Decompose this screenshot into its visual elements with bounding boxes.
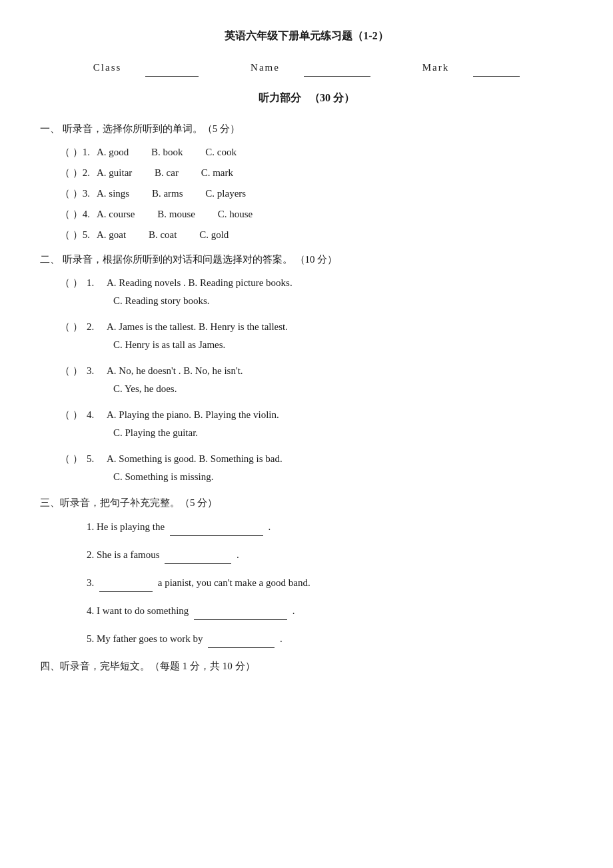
q2-4-qnum: 4. bbox=[87, 406, 107, 424]
q2-2: （ ） 2. A. James is the tallest. B. Henry… bbox=[60, 318, 573, 354]
q2-1: （ ） 1. A. Reading novels . B. Reading pi… bbox=[60, 274, 573, 310]
header-info: Class Name Mark bbox=[40, 58, 573, 77]
q2-4-row1: （ ） 4. A. Playing the piano. B. Playing … bbox=[60, 406, 573, 424]
q1-3-num: （ ）3. bbox=[60, 185, 97, 203]
s3-text4: 4. I want to do something bbox=[87, 605, 189, 616]
q2-1-bracket: （ ） bbox=[60, 274, 87, 292]
s3-item3: 3. a pianist, you can't make a good band… bbox=[60, 573, 573, 592]
q2-3-line1: A. No, he doesn't . B. No, he isn't. bbox=[107, 362, 243, 380]
q2-2-bracket: （ ） bbox=[60, 318, 87, 336]
q2-1-qnum: 1. bbox=[87, 274, 107, 292]
q2-5-qnum: 5. bbox=[87, 450, 107, 468]
q1-1: （ ）1. A. good B. book C. cook bbox=[60, 143, 573, 161]
q2-4: （ ） 4. A. Playing the piano. B. Playing … bbox=[60, 406, 573, 442]
q1-2: （ ）2. A. guitar B. car C. mark bbox=[60, 164, 573, 182]
q1-5-num: （ ）5. bbox=[60, 226, 97, 244]
name-field: Name bbox=[239, 58, 382, 77]
q2-4-line1: A. Playing the piano. B. Playing the vio… bbox=[107, 406, 279, 424]
q2-5-line1: A. Something is good. B. Something is ba… bbox=[107, 450, 283, 468]
s3-item5: 5. My father goes to work by . bbox=[60, 629, 573, 648]
s3-text2: 2. She is a famous bbox=[87, 549, 160, 560]
s3-text3b: a pianist, you can't make a good band. bbox=[158, 577, 310, 588]
s3-text5: 5. My father goes to work by bbox=[87, 633, 203, 644]
section3-header: 三、听录音，把句子补充完整。（5 分） bbox=[40, 494, 573, 512]
q2-3-line2: C. Yes, he does. bbox=[113, 380, 573, 398]
s3-period2: . bbox=[237, 549, 239, 560]
s3-blank3 bbox=[99, 573, 153, 592]
class-field: Class bbox=[81, 58, 211, 77]
section4: 四、听录音，完毕短文。（每题 1 分，共 10 分） bbox=[40, 657, 573, 675]
q1-5-choices: A. goat B. coat C. gold bbox=[97, 226, 249, 244]
page-title: 英语六年级下册单元练习题（1-2） bbox=[40, 27, 573, 46]
s3-blank1 bbox=[170, 517, 263, 536]
s3-blank4 bbox=[194, 601, 287, 620]
section4-header: 四、听录音，完毕短文。（每题 1 分，共 10 分） bbox=[40, 657, 573, 675]
s3-blank2 bbox=[165, 545, 231, 564]
section1: 一、 听录音，选择你所听到的单词。（5 分） （ ）1. A. good B. … bbox=[40, 120, 573, 244]
q2-2-line1: A. James is the tallest. B. Henry is the… bbox=[107, 318, 288, 336]
q1-4-num: （ ）4. bbox=[60, 205, 97, 223]
q2-1-line1: A. Reading novels . B. Reading picture b… bbox=[107, 274, 293, 292]
section2-header: 二、 听录音，根据你所听到的对话和问题选择对的答案。 （10 分） bbox=[40, 251, 573, 269]
s3-item2: 2. She is a famous . bbox=[60, 545, 573, 564]
s3-text1: 1. He is playing the bbox=[87, 521, 165, 532]
q1-3: （ ）3. A. sings B. arms C. players bbox=[60, 185, 573, 203]
section3-items: 1. He is playing the . 2. She is a famou… bbox=[40, 517, 573, 648]
q1-4-choices: A. course B. mouse C. house bbox=[97, 205, 273, 223]
listening-title: 听力部分 （30 分） bbox=[40, 89, 573, 108]
s3-period4: . bbox=[293, 605, 295, 616]
q1-3-choices: A. sings B. arms C. players bbox=[97, 185, 266, 203]
q2-3-qnum: 3. bbox=[87, 362, 107, 380]
s3-period5: . bbox=[280, 633, 283, 644]
s3-period1: . bbox=[269, 521, 271, 532]
q1-4: （ ）4. A. course B. mouse C. house bbox=[60, 205, 573, 223]
q1-2-num: （ ）2. bbox=[60, 164, 97, 182]
q2-5-bracket: （ ） bbox=[60, 450, 87, 468]
q1-5: （ ）5. A. goat B. coat C. gold bbox=[60, 226, 573, 244]
q2-5: （ ） 5. A. Something is good. B. Somethin… bbox=[60, 450, 573, 486]
section1-header: 一、 听录音，选择你所听到的单词。（5 分） bbox=[40, 120, 573, 138]
q2-5-line2: C. Something is missing. bbox=[113, 468, 573, 486]
q2-3-row1: （ ） 3. A. No, he doesn't . B. No, he isn… bbox=[60, 362, 573, 380]
q2-5-row1: （ ） 5. A. Something is good. B. Somethin… bbox=[60, 450, 573, 468]
q1-2-choices: A. guitar B. car C. mark bbox=[97, 164, 253, 182]
s3-blank5 bbox=[208, 629, 275, 648]
mark-field: Mark bbox=[410, 58, 532, 77]
section2-questions: （ ） 1. A. Reading novels . B. Reading pi… bbox=[40, 274, 573, 486]
q2-4-line2: C. Playing the guitar. bbox=[113, 424, 573, 442]
q1-1-choices: A. good B. book C. cook bbox=[97, 143, 257, 161]
q2-2-row1: （ ） 2. A. James is the tallest. B. Henry… bbox=[60, 318, 573, 336]
section3: 三、听录音，把句子补充完整。（5 分） 1. He is playing the… bbox=[40, 494, 573, 648]
s3-text3a: 3. bbox=[87, 577, 94, 588]
q2-4-bracket: （ ） bbox=[60, 406, 87, 424]
section1-questions: （ ）1. A. good B. book C. cook （ ）2. A. g… bbox=[40, 143, 573, 244]
q2-2-qnum: 2. bbox=[87, 318, 107, 336]
q2-1-row1: （ ） 1. A. Reading novels . B. Reading pi… bbox=[60, 274, 573, 292]
q2-3-bracket: （ ） bbox=[60, 362, 87, 380]
q2-2-line2: C. Henry is as tall as James. bbox=[113, 336, 573, 354]
q2-3: （ ） 3. A. No, he doesn't . B. No, he isn… bbox=[60, 362, 573, 398]
q1-1-num: （ ）1. bbox=[60, 143, 97, 161]
s3-item4: 4. I want to do something . bbox=[60, 601, 573, 620]
s3-item1: 1. He is playing the . bbox=[60, 517, 573, 536]
q2-1-line2: C. Reading story books. bbox=[113, 292, 573, 310]
section2: 二、 听录音，根据你所听到的对话和问题选择对的答案。 （10 分） （ ） 1.… bbox=[40, 251, 573, 486]
